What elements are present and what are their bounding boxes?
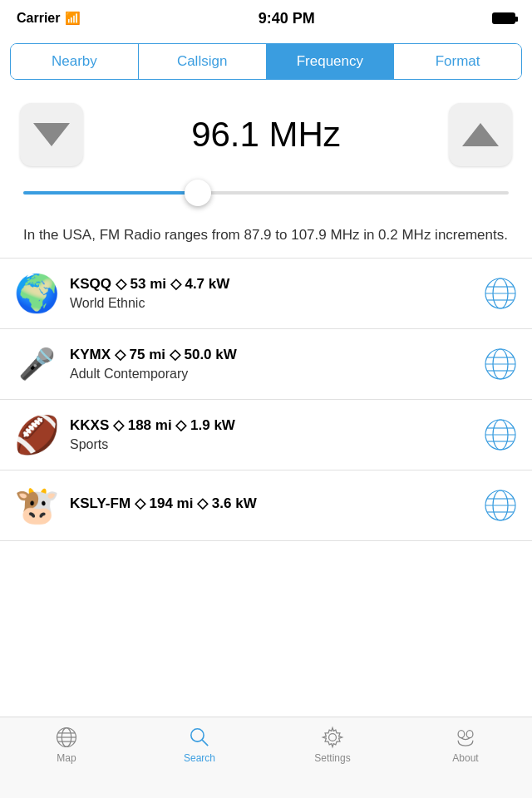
wifi-icon: 📶 bbox=[65, 11, 81, 26]
slider-thumb[interactable] bbox=[185, 180, 211, 206]
gear-icon bbox=[321, 726, 344, 749]
time-label: 9:40 PM bbox=[259, 10, 315, 27]
svg-point-25 bbox=[191, 729, 204, 741]
tab-nearby[interactable]: Nearby bbox=[11, 44, 139, 79]
tab-bar-item-map[interactable]: Map bbox=[0, 726, 133, 764]
station-title: KYMX ◇ 75 mi ◇ 50.0 kW bbox=[70, 346, 472, 363]
station-title: KSQQ ◇ 53 mi ◇ 4.7 kW bbox=[70, 275, 472, 293]
search-icon bbox=[188, 726, 211, 749]
battery-indicator bbox=[492, 12, 515, 24]
web-icon[interactable] bbox=[482, 416, 519, 453]
svg-line-26 bbox=[202, 740, 208, 746]
station-icon: 🎤 bbox=[13, 341, 60, 387]
station-item[interactable]: 🎤 KYMX ◇ 75 mi ◇ 50.0 kW Adult Contempor… bbox=[0, 329, 532, 400]
segment-control: Nearby Callsign Frequency Format bbox=[10, 43, 522, 80]
tab-search-label: Search bbox=[184, 752, 215, 764]
tab-map-label: Map bbox=[57, 752, 76, 764]
station-icon: 🌍 bbox=[13, 270, 60, 317]
svg-point-27 bbox=[329, 734, 337, 741]
web-icon[interactable] bbox=[482, 275, 519, 312]
station-icon: 🏈 bbox=[13, 411, 60, 458]
slider-fill bbox=[23, 191, 198, 195]
station-item[interactable]: 🐮 KSLY-FM ◇ 194 mi ◇ 3.6 kW bbox=[0, 470, 532, 541]
station-list: 🌍 KSQQ ◇ 53 mi ◇ 4.7 kW World Ethnic 🎤 K… bbox=[0, 258, 532, 541]
info-text: In the USA, FM Radio ranges from 87.9 to… bbox=[0, 221, 532, 258]
frequency-decrease-button[interactable] bbox=[20, 103, 83, 166]
station-format: Adult Contemporary bbox=[70, 367, 472, 382]
tab-frequency[interactable]: Frequency bbox=[267, 44, 395, 79]
tab-bar-item-search[interactable]: Search bbox=[133, 726, 266, 764]
tab-bar: Map Search Settings About bbox=[0, 717, 532, 798]
chevron-down-icon bbox=[33, 123, 70, 146]
frequency-area: 96.1 MHz bbox=[0, 86, 532, 175]
slider-track[interactable] bbox=[23, 191, 509, 195]
station-title: KKXS ◇ 188 mi ◇ 1.9 kW bbox=[70, 416, 472, 434]
frequency-display: 96.1 MHz bbox=[100, 115, 432, 155]
battery-icon bbox=[492, 12, 515, 24]
station-title: KSLY-FM ◇ 194 mi ◇ 3.6 kW bbox=[70, 495, 472, 512]
tab-callsign[interactable]: Callsign bbox=[139, 44, 267, 79]
map-icon bbox=[55, 726, 78, 749]
station-item[interactable]: 🌍 KSQQ ◇ 53 mi ◇ 4.7 kW World Ethnic bbox=[0, 259, 532, 329]
web-icon[interactable] bbox=[482, 487, 519, 524]
station-format: Sports bbox=[70, 437, 472, 452]
status-bar: Carrier 📶 9:40 PM bbox=[0, 0, 532, 37]
carrier-label: Carrier bbox=[17, 11, 60, 26]
tab-settings-label: Settings bbox=[314, 752, 350, 764]
station-format: World Ethnic bbox=[70, 296, 472, 311]
tab-format[interactable]: Format bbox=[394, 44, 521, 79]
frequency-increase-button[interactable] bbox=[449, 103, 512, 166]
web-icon[interactable] bbox=[482, 346, 519, 382]
tab-bar-item-about[interactable]: About bbox=[399, 726, 532, 764]
svg-point-29 bbox=[466, 731, 473, 738]
station-icon: 🐮 bbox=[13, 482, 60, 529]
tab-bar-item-settings[interactable]: Settings bbox=[266, 726, 399, 764]
chevron-up-icon bbox=[462, 123, 499, 146]
tab-about-label: About bbox=[452, 752, 478, 764]
frequency-slider-container bbox=[0, 175, 532, 221]
station-item[interactable]: 🏈 KKXS ◇ 188 mi ◇ 1.9 kW Sports bbox=[0, 400, 532, 470]
about-icon bbox=[454, 726, 477, 749]
svg-point-28 bbox=[458, 731, 465, 738]
